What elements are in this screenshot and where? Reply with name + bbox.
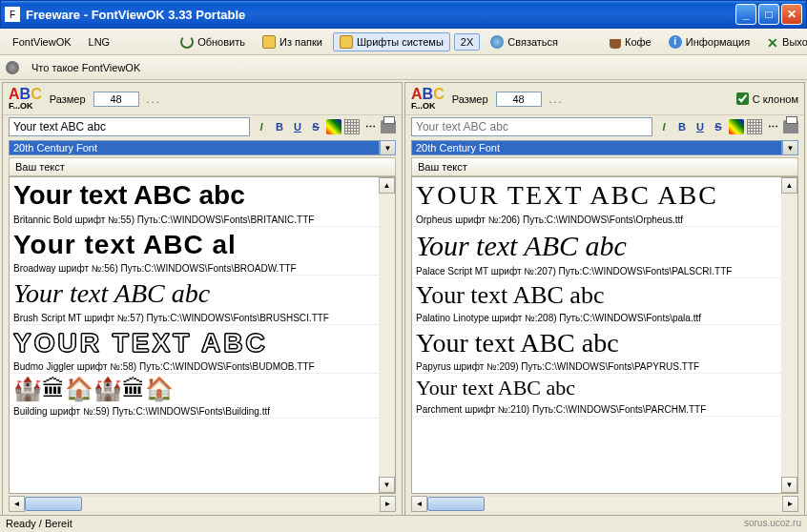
scroll-down-button[interactable]: ▼ [781, 477, 797, 493]
font-item[interactable]: YOUR TEXT ABCBudmo Jiggler шрифт №:58) П… [10, 325, 395, 375]
info-button[interactable]: iИнформация [662, 32, 756, 51]
color-button[interactable] [729, 119, 744, 134]
print-icon[interactable] [381, 120, 396, 133]
scroll-thumb[interactable] [25, 497, 82, 511]
zoom-button[interactable]: 2X [454, 33, 480, 51]
scroll-right-button[interactable]: ► [782, 496, 798, 512]
font-info: Building шрифт №:59) Путь:C:\WINDOWS\Fon… [10, 405, 395, 418]
system-fonts-button[interactable]: Шрифты системы [333, 32, 450, 51]
font-info: Brush Script MT шрифт №:57) Путь:C:\WIND… [10, 312, 395, 324]
font-sample: YOUR TEXT ABC ABC [412, 177, 797, 214]
close-button[interactable]: ✕ [781, 4, 802, 25]
exit-icon: ✕ [767, 35, 778, 49]
underline-button[interactable]: U [693, 119, 708, 134]
font-combo[interactable]: 20th Century Font ▼ [411, 140, 798, 155]
italic-button[interactable]: I [254, 119, 269, 134]
column-header[interactable]: Ваш текст [9, 157, 396, 176]
font-list-left: Your text ABC abcBritannic Bold шрифт №:… [9, 176, 396, 494]
font-sample: Your text ABC abc [412, 227, 797, 265]
what-is-link[interactable]: Что такое FontViewOK [25, 59, 147, 76]
scroll-left-button[interactable]: ◄ [9, 496, 25, 512]
coffee-button[interactable]: Кофе [603, 32, 658, 51]
font-sample: YOUR TEXT ABC [10, 325, 395, 361]
font-sample: 🏰🏛🏠🏰🏛🏠 [10, 374, 395, 405]
exit-button[interactable]: ✕Выход [760, 32, 807, 51]
bold-button[interactable]: B [674, 119, 690, 134]
clone-checkbox[interactable]: С клоном [736, 92, 798, 105]
more-button[interactable]: ⋯ [362, 119, 378, 134]
scroll-right-button[interactable]: ► [380, 496, 396, 512]
font-info: Britannic Bold шрифт №:55) Путь:C:\WINDO… [10, 214, 395, 226]
font-item[interactable]: Your text ABC abcParchment шрифт №:210) … [412, 374, 797, 416]
strike-button[interactable]: S [308, 119, 323, 134]
font-item[interactable]: Your text ABC alBroadway шрифт №:56) Пут… [10, 227, 395, 276]
font-sample: Your text ABC al [10, 227, 395, 263]
sample-text-input[interactable] [9, 117, 250, 136]
font-combo[interactable]: 20th Century Font ▼ [9, 140, 396, 155]
horizontal-scrollbar[interactable]: ◄ ► [9, 496, 396, 512]
info-icon: i [669, 35, 682, 49]
minimize-button[interactable]: _ [735, 4, 756, 25]
globe-icon [6, 61, 19, 74]
chevron-down-icon[interactable]: ▼ [380, 140, 396, 155]
refresh-icon [180, 35, 194, 49]
maximize-button[interactable]: □ [758, 4, 779, 25]
font-item[interactable]: Your text ABC abcBrush Script MT шрифт №… [10, 276, 395, 325]
size-input[interactable] [496, 92, 542, 107]
strike-button[interactable]: S [711, 119, 726, 134]
abc-logo: ABC F...OK [9, 87, 42, 111]
font-item[interactable]: YOUR TEXT ABC ABCOrpheus шрифт №:206) Пу… [412, 177, 797, 227]
grid-button[interactable] [747, 119, 762, 134]
font-info: Papyrus шрифт №:209) Путь:C:\WINDOWS\Fon… [412, 360, 797, 373]
scroll-track[interactable] [427, 496, 782, 512]
vertical-scrollbar[interactable]: ▲ ▼ [379, 177, 395, 493]
dots: ... [147, 93, 161, 105]
menu-lng[interactable]: LNG [82, 33, 117, 51]
scroll-up-button[interactable]: ▲ [379, 177, 395, 194]
left-pane: ABC F...OK Размер ... I B U S ⋯ 20th Cen… [2, 82, 403, 517]
sample-text-input[interactable] [411, 117, 652, 136]
folder-icon [262, 35, 276, 49]
pane-header: ABC F...OK Размер ... [3, 83, 402, 115]
from-folder-button[interactable]: Из папки [256, 32, 329, 51]
folder-icon [340, 35, 353, 49]
bold-button[interactable]: B [272, 119, 287, 134]
grid-button[interactable] [344, 119, 360, 134]
print-icon[interactable] [783, 120, 798, 133]
scroll-left-button[interactable]: ◄ [411, 496, 427, 512]
menu-app[interactable]: FontViewOK [6, 33, 78, 51]
clone-checkbox-input[interactable] [736, 92, 749, 105]
italic-button[interactable]: I [656, 119, 672, 134]
size-input[interactable] [93, 92, 139, 107]
scroll-track[interactable] [25, 496, 380, 512]
font-item[interactable]: 🏰🏛🏠🏰🏛🏠Building шрифт №:59) Путь:C:\WINDO… [10, 374, 395, 419]
font-list-right: YOUR TEXT ABC ABCOrpheus шрифт №:206) Пу… [411, 176, 798, 494]
underline-button[interactable]: U [290, 119, 305, 134]
watermark: sorus.ucoz.ru [744, 518, 801, 528]
font-sample: Your text ABC abc [10, 177, 395, 214]
vertical-scrollbar[interactable]: ▲ ▼ [781, 177, 797, 493]
font-info: Orpheus шрифт №:206) Путь:C:\WINDOWS\Fon… [412, 214, 797, 226]
chevron-down-icon[interactable]: ▼ [782, 140, 798, 155]
scroll-down-button[interactable]: ▼ [379, 477, 395, 493]
format-row: I B U S ⋯ [656, 119, 798, 134]
font-item[interactable]: Your text ABC abcPalatino Linotype шрифт… [412, 278, 797, 325]
font-item[interactable]: Your text ABC abcPalace Script MT шрифт … [412, 227, 797, 278]
coffee-icon [610, 39, 621, 49]
font-sample: Your text ABC abc [412, 325, 797, 361]
refresh-button[interactable]: Обновить [174, 32, 252, 51]
scroll-track[interactable] [781, 194, 797, 477]
font-combo-selected: 20th Century Font [411, 140, 782, 155]
scroll-track[interactable] [379, 194, 395, 477]
clone-label: С клоном [753, 93, 798, 105]
size-label: Размер [452, 93, 488, 105]
color-button[interactable] [326, 119, 341, 134]
font-item[interactable]: Your text ABC abcBritannic Bold шрифт №:… [10, 177, 395, 227]
scroll-thumb[interactable] [427, 497, 485, 511]
more-button[interactable]: ⋯ [765, 119, 780, 134]
scroll-up-button[interactable]: ▲ [781, 177, 797, 194]
font-item[interactable]: Your text ABC abcPapyrus шрифт №:209) Пу… [412, 325, 797, 375]
column-header[interactable]: Ваш текст [411, 157, 798, 176]
contact-button[interactable]: Связаться [484, 32, 565, 51]
horizontal-scrollbar[interactable]: ◄ ► [411, 496, 798, 512]
